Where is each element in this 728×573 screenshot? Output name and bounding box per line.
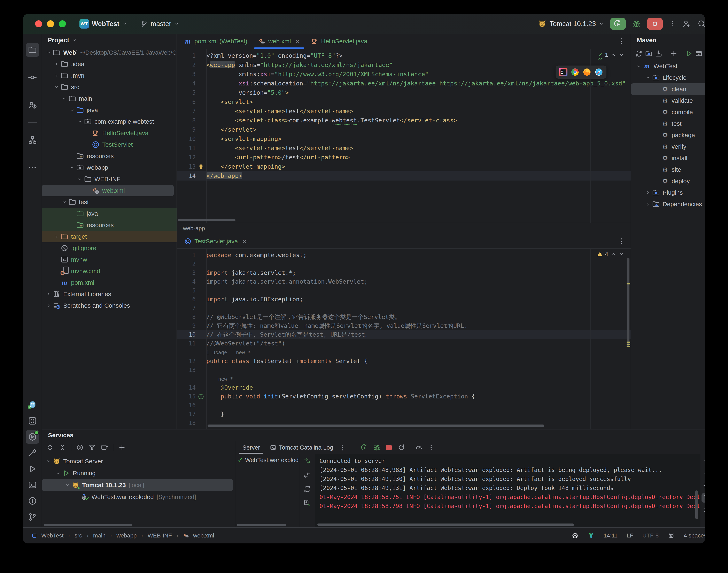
arrow-down-button[interactable] [702, 468, 705, 478]
more-v-icon[interactable] [617, 37, 625, 45]
close-window-button[interactable] [35, 20, 42, 27]
stop-button[interactable] [647, 18, 663, 30]
target-button[interactable] [74, 442, 85, 453]
tree-item-web-inf[interactable]: WEB-INF [42, 173, 177, 185]
deploy-button[interactable] [302, 456, 313, 466]
tab-tomcat-catalina-log[interactable]: Tomcat Catalina Log [265, 441, 338, 454]
scroll-end-button[interactable] [702, 493, 705, 503]
artifact-row[interactable]: ✓ WebTest:war exploded [236, 454, 299, 466]
horizontal-scrollbar[interactable] [178, 219, 235, 221]
inspections-widget[interactable]: 4 [597, 251, 625, 257]
xml-editor[interactable]: ✓ 1 IJ 1<?xml version="1 [177, 49, 631, 223]
chevron-down-icon[interactable] [76, 176, 84, 182]
tree-item-tomcat-server[interactable]: Tomcat Server [42, 455, 236, 467]
firefox-browser-icon[interactable] [583, 68, 591, 76]
refresh-button[interactable] [635, 48, 643, 59]
tree-item-dependencies[interactable]: Dependencies [631, 198, 705, 210]
vertical-scrollbar[interactable] [627, 258, 629, 346]
run-green-button[interactable] [685, 48, 693, 59]
rerun-button[interactable] [359, 442, 370, 453]
version-control-tool-button[interactable] [26, 510, 39, 524]
open-new-button[interactable] [99, 442, 110, 453]
tab-helloservlet-java[interactable]: HelloServlet.java [305, 34, 373, 49]
chevron-down-icon[interactable] [68, 107, 76, 113]
tree-item-scratches-and-consoles[interactable]: Scratches and Consoles [42, 300, 177, 311]
arrow-up-button[interactable] [702, 456, 705, 466]
tree-item-mvn[interactable]: .mvn [42, 70, 177, 81]
caret-position[interactable]: 14:11 [604, 532, 618, 539]
line-ending[interactable]: LF [627, 532, 633, 539]
tree-item-deploy[interactable]: ⚙deploy [631, 175, 705, 187]
tree-item-idea[interactable]: .idea [42, 58, 177, 70]
chevron-right-icon[interactable] [53, 61, 60, 67]
chevron-right-icon[interactable] [53, 72, 60, 79]
tree-item-resources[interactable]: resources [42, 150, 177, 162]
more-tools-button[interactable] [26, 161, 39, 174]
tree-item-testservlet[interactable]: TestServlet [42, 139, 177, 150]
tree-item-gitignore[interactable]: .gitignore [42, 242, 177, 254]
gauge-button[interactable] [413, 442, 424, 453]
close-tab-icon[interactable]: ✕ [242, 238, 247, 245]
tree-item-target[interactable]: target [42, 231, 177, 242]
printer-button[interactable] [702, 506, 705, 515]
sync2-button[interactable] [302, 484, 313, 494]
chevron-down-icon[interactable] [60, 199, 68, 205]
collapse-button[interactable] [57, 442, 68, 453]
chevron-right-icon[interactable] [644, 201, 652, 207]
code-with-me-button[interactable] [682, 19, 691, 28]
chevron-right-icon[interactable] [644, 190, 652, 196]
indent-setting[interactable]: 4 spaces [684, 532, 705, 539]
impl-up-icon[interactable] [198, 393, 204, 400]
folder-sync-button[interactable] [645, 48, 653, 59]
help-community-button[interactable] [26, 98, 39, 112]
chevron-right-icon[interactable] [45, 291, 53, 297]
project-widget[interactable]: WT WebTest [79, 19, 127, 29]
horizontal-scrollbar[interactable] [208, 424, 544, 427]
refresh-c-button[interactable] [396, 442, 407, 453]
tree-item-install[interactable]: ⚙install [631, 152, 705, 164]
v-plugin-icon[interactable] [587, 532, 595, 539]
funnel-button[interactable] [87, 442, 98, 453]
tab-pom-xml-webtest[interactable]: mpom.xml (WebTest) [179, 34, 253, 49]
tree-item-webtest[interactable]: WebTest~/Desktop/CS/JavaEE/1 JavaWeb/C [42, 47, 177, 58]
plugin-brackets-button[interactable] [26, 414, 39, 428]
breadcrumb-main[interactable]: main [93, 532, 106, 539]
tab-server[interactable]: Server [237, 441, 265, 454]
tree-item-site[interactable]: ⚙site [631, 164, 705, 175]
tree-item-clean[interactable]: ⚙clean [631, 84, 705, 95]
undeploy-button[interactable] [302, 470, 313, 480]
tree-item-web-xml[interactable]: web.xml [42, 185, 174, 196]
rerun-button[interactable] [610, 18, 626, 30]
breadcrumb-src[interactable]: src [74, 532, 82, 539]
project-tool-button[interactable] [26, 43, 39, 57]
chevron-down-icon[interactable] [53, 84, 60, 90]
horizontal-scrollbar[interactable] [237, 524, 286, 526]
chevron-down-icon[interactable] [64, 482, 71, 488]
breadcrumb-web-inf[interactable]: WEB-INF [148, 532, 172, 539]
next-problem-icon[interactable] [618, 251, 624, 257]
tree-item-mvnw[interactable]: mvnw [42, 254, 177, 265]
xml-breadcrumb[interactable]: web-app [177, 223, 631, 234]
tree-item-test[interactable]: test [42, 196, 177, 208]
horizontal-scrollbar[interactable] [318, 523, 574, 526]
openai-status-icon[interactable] [571, 532, 578, 539]
plugin-gopher-button[interactable] [26, 398, 39, 412]
branch-widget[interactable]: master [141, 20, 179, 28]
commit-tool-button[interactable] [26, 71, 39, 84]
tree-item-external-libraries[interactable]: External Libraries [42, 289, 177, 300]
tree-item-helloservlet-java[interactable]: HelloServlet.java [42, 127, 177, 139]
tree-item-src[interactable]: src [42, 81, 177, 93]
chevron-down-icon[interactable] [45, 50, 53, 56]
next-problem-icon[interactable] [618, 52, 624, 58]
maximize-window-button[interactable] [59, 20, 66, 27]
chevron-down-icon[interactable] [644, 74, 652, 81]
chevron-down-icon[interactable] [68, 164, 76, 171]
chevron-down-icon[interactable] [60, 96, 68, 102]
safari-browser-icon[interactable] [595, 68, 603, 76]
java-editor[interactable]: 4 1package com.example.webtest;23import … [177, 249, 631, 429]
robot-plugin-icon[interactable] [668, 532, 675, 539]
more-actions-button[interactable] [669, 20, 676, 27]
chevron-right-icon[interactable] [53, 233, 60, 240]
chevron-right-icon[interactable] [45, 303, 53, 309]
file-encoding[interactable]: UTF-8 [642, 532, 659, 539]
